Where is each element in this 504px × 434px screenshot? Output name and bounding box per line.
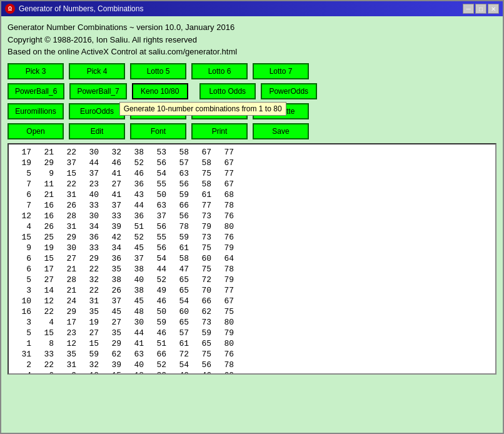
table-cell: 40 bbox=[125, 360, 148, 370]
table-cell: 79 bbox=[215, 275, 238, 285]
table-cell: 9 bbox=[35, 168, 58, 179]
table-cell: 9 bbox=[58, 370, 80, 373]
table-cell: 24 bbox=[58, 296, 80, 306]
table-cell: 28 bbox=[58, 275, 80, 285]
main-content: Generator Number Combinations ~ version … bbox=[1, 16, 503, 380]
table-row: 5152327354446575979 bbox=[13, 328, 238, 338]
table-cell: 50 bbox=[148, 189, 170, 200]
table-cell: 37 bbox=[58, 158, 80, 168]
table-cell: 6 bbox=[13, 189, 35, 200]
powerball7-button[interactable]: PowerBall_7 bbox=[69, 83, 126, 99]
table-cell: 12 bbox=[13, 211, 35, 221]
table-cell: 64 bbox=[215, 253, 238, 264]
print-button[interactable]: Print bbox=[191, 123, 248, 139]
table-cell: 27 bbox=[103, 317, 125, 328]
maximize-button[interactable]: □ bbox=[475, 4, 486, 14]
table-cell: 19 bbox=[80, 317, 103, 328]
lotto6-button[interactable]: Lotto 6 bbox=[191, 63, 248, 79]
table-cell: 39 bbox=[103, 360, 125, 370]
pick3-button[interactable]: Pick 3 bbox=[8, 63, 64, 79]
save-button[interactable]: Save bbox=[253, 123, 309, 139]
powerodds-button[interactable]: PowerOdds bbox=[261, 83, 317, 99]
table-cell: 6 bbox=[13, 264, 35, 275]
lottoodds-button[interactable]: Lotto Odds bbox=[199, 83, 256, 99]
table-cell: 56 bbox=[148, 221, 170, 232]
table-cell: 77 bbox=[215, 168, 238, 179]
table-cell: 65 bbox=[170, 285, 193, 296]
table-cell: 38 bbox=[103, 275, 125, 285]
table-cell: 61 bbox=[193, 189, 215, 200]
table-cell: 77 bbox=[215, 147, 238, 158]
table-cell: 11 bbox=[35, 179, 58, 189]
table-cell: 27 bbox=[35, 275, 58, 285]
table-row: 7112223273655565867 bbox=[13, 179, 238, 189]
euromillions-button[interactable]: Euromillions bbox=[8, 103, 64, 119]
data-area-wrapper: 1721223032385358677719293744465256575867… bbox=[8, 143, 496, 375]
table-cell: 53 bbox=[148, 147, 170, 158]
table-cell: 21 bbox=[58, 264, 80, 275]
table-cell: 65 bbox=[170, 317, 193, 328]
table-cell: 73 bbox=[193, 317, 215, 328]
button-row-2: PowerBall_6 PowerBall_7 Keno 10/80 Gener… bbox=[8, 83, 496, 99]
table-cell: 36 bbox=[80, 232, 103, 243]
table-cell: 80 bbox=[215, 317, 238, 328]
table-cell: 46 bbox=[103, 158, 125, 168]
table-cell: 62 bbox=[103, 349, 125, 360]
table-cell: 15 bbox=[58, 168, 80, 179]
table-cell: 29 bbox=[80, 253, 103, 264]
table-cell: 68 bbox=[215, 189, 238, 200]
table-cell: 75 bbox=[215, 306, 238, 317]
table-cell: 10 bbox=[13, 296, 35, 306]
table-cell: 40 bbox=[170, 370, 193, 373]
table-cell: 61 bbox=[170, 338, 193, 349]
table-cell: 56 bbox=[148, 158, 170, 168]
open-button[interactable]: Open bbox=[8, 123, 64, 139]
table-cell: 56 bbox=[148, 243, 170, 253]
table-cell: 51 bbox=[148, 338, 170, 349]
table-cell: 67 bbox=[215, 296, 238, 306]
table-cell: 40 bbox=[80, 189, 103, 200]
table-cell: 35 bbox=[103, 328, 125, 338]
table-cell: 28 bbox=[58, 211, 80, 221]
lotto5-button[interactable]: Lotto 5 bbox=[130, 63, 186, 79]
table-cell: 32 bbox=[148, 370, 170, 373]
table-cell: 17 bbox=[58, 317, 80, 328]
table-cell: 48 bbox=[125, 306, 148, 317]
table-row: 181215294151616580 bbox=[13, 338, 238, 349]
table-cell: 59 bbox=[80, 349, 103, 360]
keno-tooltip-container: Keno 10/80 Generate 10-number combinatio… bbox=[132, 83, 188, 99]
table-cell: 27 bbox=[80, 328, 103, 338]
powerball6-button[interactable]: PowerBall_6 bbox=[8, 83, 64, 99]
font-button[interactable]: Font bbox=[130, 123, 186, 139]
table-cell: 40 bbox=[125, 275, 148, 285]
table-cell: 4 bbox=[35, 317, 58, 328]
table-cell: 59 bbox=[148, 317, 170, 328]
table-cell: 46 bbox=[148, 328, 170, 338]
header-info: Generator Number Combinations ~ version … bbox=[8, 21, 496, 58]
button-row-1: Pick 3 Pick 4 Lotto 5 Lotto 6 Lotto 7 bbox=[8, 63, 496, 79]
table-cell: 38 bbox=[125, 285, 148, 296]
table-cell: 67 bbox=[193, 147, 215, 158]
table-cell: 38 bbox=[125, 147, 148, 158]
pick4-button[interactable]: Pick 4 bbox=[69, 63, 125, 79]
table-cell: 45 bbox=[125, 296, 148, 306]
table-cell: 8 bbox=[35, 338, 58, 349]
table-cell: 36 bbox=[125, 179, 148, 189]
header-line2: Copyright © 1988-2016, Ion Saliu. All ri… bbox=[8, 34, 496, 46]
table-cell: 31 bbox=[13, 349, 35, 360]
data-area[interactable]: 1721223032385358677719293744465256575867… bbox=[9, 144, 495, 373]
table-row: 6172122353844477578 bbox=[13, 264, 238, 275]
table-cell: 49 bbox=[148, 285, 170, 296]
table-row: 9193033344556617579 bbox=[13, 243, 238, 253]
minimize-button[interactable]: ─ bbox=[463, 4, 474, 14]
lotto7-button[interactable]: Lotto 7 bbox=[253, 63, 309, 79]
table-cell: 54 bbox=[170, 296, 193, 306]
edit-button[interactable]: Edit bbox=[69, 123, 125, 139]
table-row: 7162633374463667778 bbox=[13, 200, 238, 211]
table-cell: 33 bbox=[35, 349, 58, 360]
close-button[interactable]: ✕ bbox=[488, 4, 499, 14]
table-cell: 79 bbox=[215, 243, 238, 253]
euroodds-button[interactable]: EuroOdds bbox=[69, 103, 125, 119]
keno-button[interactable]: Keno 10/80 bbox=[132, 83, 188, 99]
table-cell: 34 bbox=[103, 243, 125, 253]
